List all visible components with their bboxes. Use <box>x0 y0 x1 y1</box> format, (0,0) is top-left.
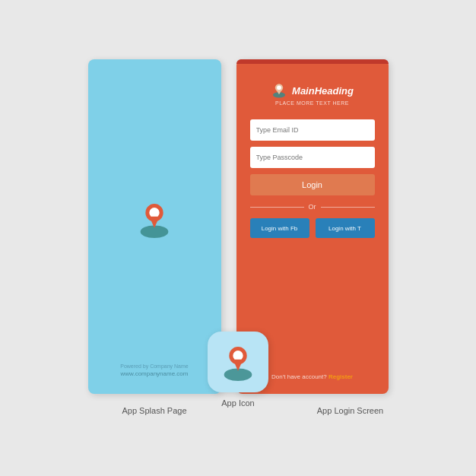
main-heading: MainHeading <box>292 85 354 97</box>
svg-point-2 <box>149 208 159 217</box>
register-row: Don't have account? Register <box>271 373 353 380</box>
social-buttons: Login with Fb Login with T <box>250 218 375 238</box>
app-icon <box>208 332 268 392</box>
top-bar <box>236 59 389 64</box>
or-line-left <box>250 207 304 208</box>
splash-footer: Powered by Company Name www.companyname.… <box>120 363 189 377</box>
or-text: Or <box>309 203 316 211</box>
canvas: Powered by Company Name www.companyname.… <box>0 0 476 476</box>
splash-page: Powered by Company Name www.companyname.… <box>88 59 221 394</box>
passcode-input[interactable] <box>250 147 375 168</box>
app-icon-container: App Icon <box>208 332 268 408</box>
splash-label: App Splash Page <box>88 406 221 415</box>
email-input[interactable] <box>250 119 375 141</box>
register-text: Don't have account? <box>271 373 327 380</box>
register-link[interactable]: Register <box>328 373 353 380</box>
powered-text: Powered by Company Name <box>120 363 189 369</box>
or-divider: Or <box>250 203 375 211</box>
login-t-button[interactable]: Login with T <box>316 218 375 238</box>
header-row: MainHeading <box>271 82 354 99</box>
login-button[interactable]: Login <box>250 174 375 195</box>
login-logo-icon <box>271 82 287 99</box>
or-line-right <box>321 207 375 208</box>
splash-icon-area <box>135 198 173 240</box>
app-icon-graphic <box>219 341 257 383</box>
svg-point-6 <box>277 85 281 90</box>
login-header: MainHeading PLACE MORE TEXT HERE <box>271 82 354 106</box>
company-url: www.companyname.com <box>120 370 189 377</box>
login-fb-button[interactable]: Login with Fb <box>250 218 309 238</box>
login-label: App Login Screen <box>297 406 404 415</box>
sub-heading: PLACE MORE TEXT HERE <box>275 100 349 106</box>
app-icon-label: App Icon <box>221 398 254 408</box>
map-pin-icon <box>135 198 173 240</box>
svg-point-10 <box>233 351 243 360</box>
